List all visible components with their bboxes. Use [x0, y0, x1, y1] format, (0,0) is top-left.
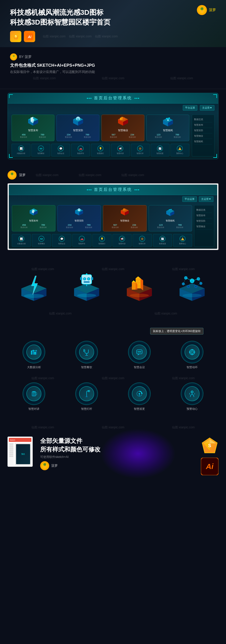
svg-point-132 — [88, 390, 90, 392]
author-watermarks: 仙图 xianpic.com 仙图 xianpic.com 仙图 xianpic… — [36, 173, 144, 177]
circ-label-ring: 智慧动环 — [176, 365, 208, 369]
inner-icon-9: ⚠️预警动心 — [173, 234, 192, 247]
svg-rect-110 — [34, 352, 36, 355]
svg-point-128 — [33, 392, 35, 393]
meeting-icon: 💬 — [58, 145, 64, 151]
sidebar-item-2[interactable]: 智慧安防 — [194, 128, 212, 133]
circ-outer-bigdata — [23, 341, 45, 363]
circ-inner-lamppost — [79, 386, 94, 401]
card-icon-security — [57, 115, 99, 129]
inner-sidebar-item-3[interactable]: 智慧物业 — [196, 224, 212, 229]
bottom-section: 仙图 xianpic.com 仙图 xianpic.com 仙图 xianpic… — [0, 418, 226, 486]
bottom-title-2: 所有样式和颜色可修改 — [40, 445, 193, 454]
inner-alert-icon: ⚠️ — [180, 236, 186, 242]
header-title-sub: 科技感3D图标智慧园区楼宇首页 — [10, 17, 216, 27]
inner-sidebar-item-2[interactable]: 智慧安防 — [196, 218, 212, 224]
inner-icon-1: 📊大数据分析 — [12, 234, 31, 247]
svg-point-40 — [78, 209, 79, 210]
inner-card-1: 智慧发布 456数据名称 789数据名称 — [12, 205, 55, 231]
svg-point-125 — [189, 352, 190, 353]
bottom-author-avatar: 🍍 — [40, 461, 49, 470]
inner-card-stats-3: 567数据名称 234数据名称 — [106, 224, 144, 229]
inner-cards-row: 智慧发布 456数据名称 789数据名称 — [12, 205, 192, 231]
big-icons-row — [8, 273, 218, 304]
sidebar-item-4[interactable]: 智慧能耗 — [194, 139, 212, 144]
inner-user-btn[interactable]: 平台运算 — [182, 196, 197, 202]
header-watermark: 仙图 xianpic.com 仙图 xianpic.com 仙图 xianpic… — [43, 34, 118, 39]
inner-sidebar-item-1[interactable]: 智慧发布 — [196, 213, 212, 218]
bottom-title-1: 全部矢量源文件 — [40, 437, 193, 445]
bottom-icon-parking: 🚗 智能停车 — [71, 144, 90, 156]
svg-marker-117 — [138, 354, 139, 355]
circular-icons-section: 鼠标放上，透明度变化+外环360度旋转 大数据分析 — [0, 323, 226, 418]
svg-point-126 — [194, 352, 195, 353]
circ-inner-intercom — [26, 386, 41, 401]
file-desc: 在实际项目中，本套设计应用最广，可以适配到不同的功能 — [10, 70, 216, 74]
bigdata-icon: 📊 — [18, 145, 24, 151]
svg-rect-129 — [33, 394, 35, 394]
svg-point-41 — [79, 209, 80, 210]
sidebar-item-1[interactable]: 智慧发布 — [194, 122, 212, 128]
inner-icon-4: 🚗智能停车 — [72, 234, 91, 247]
circ-label-intercom: 智慧对讲 — [18, 407, 50, 411]
inner-admin-btn[interactable]: 主运营▼ — [199, 196, 213, 202]
second-dashboard-section: 首页后台管理系统 平台运算 主运营▼ — [0, 183, 226, 260]
circ-outer-lamppost — [75, 382, 98, 405]
svg-rect-68 — [84, 281, 90, 283]
bottom-watermarks: 仙图 xianpic.com 仙图 xianpic.com 仙图 xianpic… — [8, 423, 218, 432]
admin-btn[interactable]: 主运营▼ — [200, 105, 214, 111]
svg-point-66 — [84, 278, 85, 280]
svg-rect-108 — [31, 351, 32, 355]
author-avatar: 🍍 — [8, 171, 17, 180]
inner-card-4: 智慧能耗 123数据名称 789数据名称 — [149, 205, 192, 231]
pineapple-avatar: 🍍 — [197, 5, 207, 15]
svg-point-136 — [139, 393, 140, 394]
card-stats-publish: 456 数据名称 789 数据名称 — [14, 133, 52, 138]
card-title-publish: 智慧发布 — [14, 129, 52, 132]
circ-icon-bigdata: 大数据分析 — [18, 341, 50, 369]
card-title-energy: 智慧能耗 — [149, 129, 187, 132]
inner-card-title-3: 智慧物业 — [106, 219, 144, 222]
author-avatar-small: 🍍 — [10, 53, 17, 60]
svg-marker-9 — [31, 117, 33, 121]
bottom-author-row: 🍍 菠萝 — [40, 461, 193, 470]
inner-dashboard-header: 首页后台管理系统 — [9, 185, 217, 195]
pineapple-name: 菠萝 — [209, 8, 216, 12]
info-watermarks: 仙图 xianpic.com 仙图 xianpic.com 仙图 xianpic… — [10, 74, 216, 83]
circ-icon-ring: 智慧动环 — [176, 341, 208, 369]
sidebar-item-0[interactable]: 数据总览 — [194, 117, 212, 122]
svg-marker-80 — [141, 278, 143, 290]
circ-inner-bigdata — [26, 345, 41, 360]
circ-outer-intercom — [23, 382, 45, 405]
circ-icon-dining: 智慧餐饮 — [70, 341, 103, 369]
user-btn[interactable]: 平台运算 — [183, 105, 197, 111]
svg-rect-16 — [77, 119, 79, 120]
svg-point-124 — [192, 354, 193, 355]
svg-point-120 — [140, 351, 141, 352]
sidebar-item-3[interactable]: 智慧物业 — [194, 133, 212, 139]
svg-marker-135 — [141, 392, 143, 394]
svg-rect-20 — [121, 117, 123, 120]
inner-card-title-4: 智慧能耗 — [151, 219, 190, 222]
card-icon-property — [102, 115, 144, 129]
circ-label-bigdata: 大数据分析 — [18, 365, 50, 369]
svg-point-14 — [77, 118, 78, 119]
circular-icons-row2: 智慧对讲 智慧灯杆 — [8, 382, 218, 411]
ai-icon-header: Ai — [24, 31, 35, 42]
dashboard-frame: 首页后台管理系统 平台运算 主运营▼ — [8, 93, 218, 159]
inner-card-stats-1: 456数据名称 789数据名称 — [15, 224, 53, 229]
showcase-watermarks-top: 仙图 xianpic.com 仙图 xianpic.com 仙图 xianpic… — [8, 265, 218, 273]
svg-rect-82 — [139, 280, 140, 282]
ai-software-icon: Ai — [201, 458, 218, 476]
circ-icon-patrol: 智慧巡更 — [123, 382, 156, 411]
circ-mid-watermarks: 仙图 xianpic.com 仙图 xianpic.com 仙图 xianpic… — [8, 374, 218, 382]
circ-outer-patrol — [128, 382, 151, 405]
inner-sidebar-item-0[interactable]: 数据总览 — [196, 207, 212, 213]
inner-card-title-1: 智慧发布 — [15, 219, 53, 222]
inner-card-title-2: 智慧安防 — [60, 219, 98, 222]
circ-label-patrol: 智慧巡更 — [123, 407, 156, 411]
svg-point-118 — [138, 351, 139, 352]
svg-rect-46 — [125, 209, 126, 211]
by-line: 🍍 BY 菠萝 — [10, 53, 216, 60]
svg-rect-79 — [122, 273, 127, 283]
